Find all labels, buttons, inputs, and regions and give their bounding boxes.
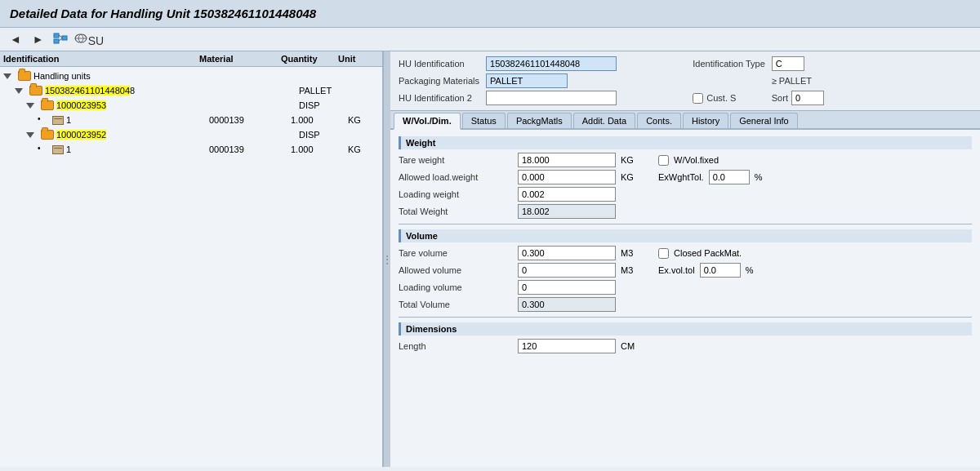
tree-row[interactable]: 150382461101448048 PALLET: [0, 83, 382, 98]
allowed-volume-label: Allowed volume: [399, 265, 513, 275]
col-header-id: Identification: [3, 54, 199, 64]
tab-addit-data[interactable]: Addit. Data: [573, 113, 635, 128]
hu-id2-label: HU Identification 2: [399, 93, 479, 103]
tree-unit: KG: [348, 144, 361, 154]
main-container: Identification Material Quantity Unit Ha…: [0, 51, 980, 467]
allowed-volume-unit: M3: [621, 265, 653, 275]
forward-button[interactable]: ►: [29, 31, 47, 47]
exwghttol-unit: %: [755, 172, 763, 182]
cust-s-checkbox[interactable]: [693, 93, 703, 104]
id-type-input[interactable]: [772, 56, 804, 71]
tree-quantity: 1.000: [291, 115, 314, 125]
wvol-fixed-checkbox[interactable]: [658, 155, 669, 166]
tare-volume-input[interactable]: [518, 246, 616, 260]
tree-row[interactable]: 1000023952 DISP: [0, 127, 382, 142]
tree-row[interactable]: • 1 0000139 1.000 KG: [0, 113, 382, 127]
id-type-label: Identification Type: [693, 59, 764, 69]
total-volume-label: Total Volume: [399, 300, 513, 309]
tab-content-wvoldim: Weight Tare weight KG W/Vol.fixed Allowe…: [390, 130, 980, 360]
panel-divider[interactable]: [384, 51, 390, 467]
svg-line-4: [59, 38, 62, 41]
folder-icon: [29, 86, 42, 96]
tree-row[interactable]: 1000023953 DISP: [0, 98, 382, 113]
loading-volume-input[interactable]: [518, 280, 616, 295]
tree-material: 0000139: [209, 115, 244, 125]
exvoltol-label: Ex.vol.tol: [658, 265, 695, 275]
tree-node-label: 1: [66, 115, 71, 125]
tree-row[interactable]: Handling units: [0, 69, 382, 83]
tree-node-label: 150382461101448048: [45, 86, 135, 96]
loading-weight-input[interactable]: [518, 187, 616, 202]
folder-icon: [41, 100, 54, 110]
tree-node-label: 1: [66, 144, 71, 154]
su-label: SU: [74, 32, 104, 47]
toolbar: ◄ ► SU: [0, 28, 980, 51]
expand-icon: [26, 100, 39, 111]
tree-body: Handling units 150382461101448048 PALLET: [0, 67, 382, 158]
weight-section-header: Weight: [399, 136, 972, 149]
tab-packgmatls[interactable]: PackgMatls: [507, 113, 572, 128]
svg-line-3: [59, 35, 62, 38]
packaging-materials-value2: ≥ PALLET: [772, 76, 812, 86]
total-weight-label: Total Weight: [399, 207, 513, 216]
closed-packmat-checkbox[interactable]: [658, 248, 669, 259]
folder-icon: [41, 130, 54, 140]
folder-icon: [18, 71, 31, 81]
allowed-load-label: Allowed load.weight: [399, 172, 513, 182]
hu-fields: HU Identification Identification Type Pa…: [390, 51, 980, 111]
tab-wvoldim[interactable]: W/Vol./Dim.: [394, 113, 461, 130]
loading-weight-label: Loading weight: [399, 189, 513, 199]
tree-unit: KG: [348, 115, 361, 125]
exwghttol-label: ExWghtTol.: [658, 172, 704, 182]
tare-volume-label: Tare volume: [399, 248, 513, 258]
svg-rect-2: [62, 36, 67, 40]
length-unit: CM: [621, 341, 653, 351]
tare-weight-input[interactable]: [518, 153, 616, 167]
box-icon: [52, 145, 64, 154]
tab-history[interactable]: History: [683, 113, 728, 128]
right-panel: HU Identification Identification Type Pa…: [390, 51, 980, 467]
packaging-materials-input[interactable]: [486, 73, 568, 88]
expand-icon: [15, 85, 28, 96]
tree-header: Identification Material Quantity Unit: [0, 51, 382, 67]
page-title: Detailed Data for Handling Unit 15038246…: [10, 7, 316, 20]
hu-id2-input[interactable]: [486, 91, 617, 105]
tree-quantity: 1.000: [291, 144, 314, 154]
allowed-load-unit: KG: [621, 172, 653, 182]
box-icon: [52, 116, 64, 125]
bullet-icon: •: [38, 144, 51, 155]
length-label: Length: [399, 341, 513, 351]
wvol-fixed-label: W/Vol.fixed: [674, 155, 719, 165]
tab-status[interactable]: Status: [462, 113, 506, 128]
dimensions-section-header: Dimensions: [399, 322, 972, 335]
cust-s-label: Cust. S: [706, 93, 736, 103]
svg-rect-1: [54, 39, 59, 43]
expand-icon: [3, 70, 16, 82]
back-button[interactable]: ◄: [7, 31, 24, 47]
tree-node-label: Handling units: [33, 71, 91, 81]
tare-weight-label: Tare weight: [399, 155, 513, 165]
sort-input[interactable]: [791, 91, 824, 105]
tab-general-info[interactable]: General Info: [730, 113, 798, 128]
svg-rect-0: [54, 33, 59, 38]
tree-node-label: 1000023952: [56, 130, 106, 140]
total-volume-input: [518, 297, 616, 312]
allowed-load-input[interactable]: [518, 170, 616, 184]
sort-label: Sort: [772, 93, 788, 103]
bullet-icon: •: [38, 114, 51, 126]
tree-icon: [52, 32, 69, 47]
section-divider: [399, 224, 972, 224]
tab-conts[interactable]: Conts.: [637, 113, 681, 128]
allowed-volume-input[interactable]: [518, 263, 616, 278]
section-divider-2: [399, 317, 972, 318]
volume-section-header: Volume: [399, 229, 972, 242]
length-input[interactable]: [518, 339, 616, 353]
tabs-bar: W/Vol./Dim. Status PackgMatls Addit. Dat…: [390, 111, 980, 130]
exwghttol-input[interactable]: [709, 170, 750, 184]
tree-material: 0000139: [209, 144, 244, 154]
exvoltol-input[interactable]: [700, 263, 741, 278]
left-panel: Identification Material Quantity Unit Ha…: [0, 51, 384, 467]
tree-row[interactable]: • 1 0000139 1.000 KG: [0, 142, 382, 157]
tare-weight-unit: KG: [621, 155, 653, 165]
hu-id-input[interactable]: [486, 56, 617, 71]
